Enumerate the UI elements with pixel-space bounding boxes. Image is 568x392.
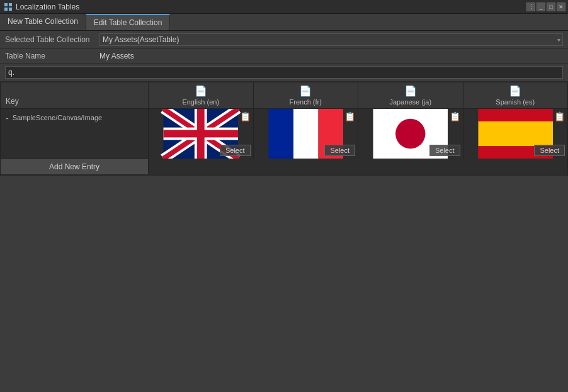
table-header: Key 📄 English (en) 📄 French (fr) 📄 Japan… [1, 82, 567, 109]
window-title: Localization Tables [16, 3, 564, 11]
lang-header-en: 📄 English (en) [149, 82, 254, 108]
key-cell: - SampleScene/Canvas/Image [1, 109, 149, 159]
lang-label-es: Spanish (es) [496, 98, 535, 106]
copy-icon-en[interactable]: 📋 [240, 111, 251, 121]
tab-bar: New Table Collection Edit Table Collecti… [0, 14, 568, 31]
search-bar [0, 64, 568, 82]
add-new-entry-button[interactable]: Add New Entry [1, 159, 149, 174]
file-icon-fr: 📄 [299, 85, 312, 97]
title-bar: Localization Tables ⋮ _ □ ✕ [0, 0, 568, 14]
cell-en: 📋 Select [149, 109, 254, 159]
lang-header-ja: 📄 Japanese (ja) [358, 82, 463, 108]
tab-new-table-collection[interactable]: New Table Collection [0, 14, 86, 30]
cell-ja: 📋 Select [358, 109, 463, 159]
file-icon-es: 📄 [509, 85, 521, 97]
svg-rect-0 [4, 3, 8, 6]
copy-icon-ja[interactable]: 📋 [450, 111, 460, 121]
cell-es: 📋 Select [463, 109, 568, 159]
svg-rect-2 [4, 8, 8, 11]
lang-header-es: 📄 Spanish (es) [463, 82, 568, 108]
empty-area [149, 159, 567, 174]
select-button-ja[interactable]: Select [429, 145, 460, 156]
copy-icon-es[interactable]: 📋 [554, 111, 565, 121]
table-name-label: Table Name [5, 52, 99, 60]
svg-rect-1 [9, 3, 12, 6]
select-button-fr[interactable]: Select [324, 145, 355, 156]
svg-rect-3 [9, 8, 12, 11]
cell-fr: 📋 Select [254, 109, 359, 159]
minimize-button[interactable]: _ [537, 3, 545, 11]
select-button-en[interactable]: Select [220, 145, 251, 156]
select-button-es[interactable]: Select [534, 145, 565, 156]
svg-rect-13 [268, 109, 293, 159]
table-row: - SampleScene/Canvas/Image 📋 Select 📋 [1, 109, 567, 159]
window-controls: ⋮ _ □ ✕ [526, 3, 565, 11]
tab-edit-table-collection[interactable]: Edit Table Collection [86, 14, 171, 30]
lang-header-fr: 📄 French (fr) [254, 82, 359, 108]
svg-rect-19 [478, 121, 553, 147]
window-icon [4, 3, 13, 11]
table-name-row: Table Name My Assets [0, 49, 568, 64]
svg-rect-20 [478, 109, 553, 121]
key-column-header: Key [1, 82, 149, 108]
lang-label-ja: Japanese (ja) [389, 98, 431, 106]
copy-icon-fr[interactable]: 📋 [344, 111, 355, 121]
search-input[interactable] [5, 66, 563, 79]
svg-rect-14 [293, 109, 319, 159]
selected-collection-select[interactable]: My Assets(AssetTable) [99, 33, 563, 46]
selected-collection-row: Selected Table Collection My Assets(Asse… [0, 31, 568, 49]
selected-collection-dropdown-wrapper[interactable]: My Assets(AssetTable) ▾ [99, 33, 563, 46]
lang-label-en: English (en) [182, 98, 219, 106]
table-name-value: My Assets [99, 52, 563, 60]
file-icon-en: 📄 [195, 85, 207, 97]
add-entry-row: Add New Entry [1, 159, 567, 175]
svg-point-17 [395, 119, 425, 148]
svg-rect-12 [197, 109, 205, 159]
selected-collection-label: Selected Table Collection [5, 35, 99, 44]
maximize-button[interactable]: □ [547, 3, 555, 11]
close-button[interactable]: ✕ [557, 3, 565, 11]
empty-bottom-area [0, 176, 568, 328]
table-area: Key 📄 English (en) 📄 French (fr) 📄 Japan… [0, 82, 568, 176]
lang-label-fr: French (fr) [290, 98, 322, 106]
menu-button[interactable]: ⋮ [526, 3, 535, 11]
key-value: SampleScene/Canvas/Image [13, 114, 102, 121]
file-icon-ja: 📄 [404, 85, 417, 97]
remove-row-button[interactable]: - [6, 114, 9, 123]
